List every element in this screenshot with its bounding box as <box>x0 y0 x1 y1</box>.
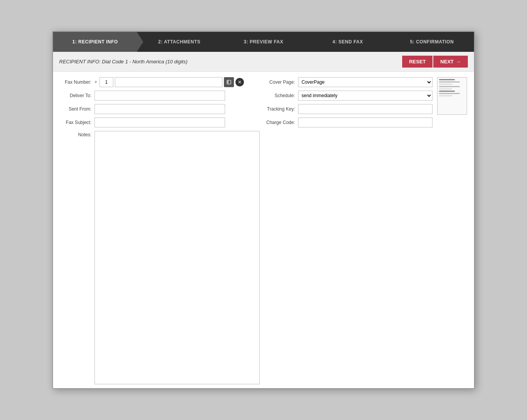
charge-code-label: Charge Code: <box>264 120 298 125</box>
subheader: RECIPIENT INFO: Dial Code 1 - North Amer… <box>53 52 474 72</box>
form-two-col: Fax Number: + <box>60 77 467 384</box>
tracking-key-label: Tracking Key: <box>264 106 298 112</box>
notes-row: Notes: <box>60 131 260 384</box>
schedule-select[interactable]: send immediately schedule later <box>298 91 433 101</box>
clear-icon: ✕ <box>238 80 242 84</box>
schedule-label: Schedule: <box>264 93 298 98</box>
preview-line-2 <box>439 81 460 83</box>
charge-code-row: Charge Code: <box>264 117 433 127</box>
fax-country-code-input[interactable] <box>99 77 113 87</box>
charge-code-input[interactable] <box>298 117 433 127</box>
reset-button[interactable]: RESET <box>402 56 433 68</box>
fax-subject-label: Fax Subject: <box>60 120 94 125</box>
notes-textarea[interactable] <box>94 131 260 384</box>
cover-page-label: Cover Page: <box>264 79 298 85</box>
right-form-fields: Cover Page: CoverPage None Custom Schedu… <box>264 77 433 131</box>
preview-line-7 <box>439 93 460 94</box>
fax-subject-input[interactable] <box>94 117 225 127</box>
schedule-row: Schedule: send immediately schedule late… <box>264 91 433 101</box>
preview-line-6 <box>439 91 455 92</box>
tracking-key-row: Tracking Key: <box>264 104 433 114</box>
fax-book-icon-button[interactable] <box>224 77 234 87</box>
fax-main-number-input[interactable] <box>115 77 222 87</box>
steps-bar: 1: RECIPIENT INFO 2: ATTACHMENTS 3: PREV… <box>53 32 474 52</box>
step-2-attachments[interactable]: 2: ATTACHMENTS <box>137 32 221 52</box>
fax-number-row: Fax Number: + <box>60 77 260 87</box>
preview-line-1 <box>439 79 455 80</box>
tracking-key-input[interactable] <box>298 104 433 114</box>
next-button[interactable]: NEXT → <box>433 56 468 68</box>
subheader-title: RECIPIENT INFO: Dial Code 1 - North Amer… <box>59 59 187 64</box>
cover-page-select[interactable]: CoverPage None Custom <box>298 77 433 87</box>
sent-from-row: Sent From: <box>60 104 260 114</box>
svg-rect-0 <box>227 80 231 84</box>
preview-line-4 <box>439 86 460 87</box>
fax-number-label: Fax Number: <box>60 79 94 85</box>
fax-number-group: + ✕ <box>94 77 244 87</box>
subheader-actions: RESET NEXT → <box>402 56 468 68</box>
form-left-col: Fax Number: + <box>60 77 260 384</box>
form-area: Fax Number: + <box>53 72 474 388</box>
sent-from-input[interactable] <box>94 104 225 114</box>
cover-page-preview <box>437 77 467 115</box>
step-3-preview-fax[interactable]: 3: PREVIEW FAX <box>221 32 305 52</box>
preview-line-3 <box>439 84 452 85</box>
cover-page-row: Cover Page: CoverPage None Custom <box>264 77 433 87</box>
step-1-recipient-info[interactable]: 1: RECIPIENT INFO <box>53 32 137 52</box>
step-5-confirmation[interactable]: 5: CONFIRMATION <box>390 32 474 52</box>
fax-subject-row: Fax Subject: <box>60 117 260 127</box>
deliver-to-label: Deliver To: <box>60 93 94 98</box>
notes-label: Notes: <box>60 131 94 137</box>
fax-prefix: + <box>94 79 97 85</box>
form-right-col: Cover Page: CoverPage None Custom Schedu… <box>264 77 467 384</box>
preview-line-5 <box>439 88 452 89</box>
deliver-to-row: Deliver To: <box>60 91 260 101</box>
main-window: 1: RECIPIENT INFO 2: ATTACHMENTS 3: PREV… <box>52 31 475 389</box>
deliver-to-input[interactable] <box>94 91 225 101</box>
right-form-group: Cover Page: CoverPage None Custom Schedu… <box>264 77 467 131</box>
step-4-send-fax[interactable]: 4: SEND FAX <box>306 32 390 52</box>
arrow-right-icon: → <box>456 59 461 64</box>
preview-line-8 <box>439 95 452 96</box>
fax-clear-button[interactable]: ✕ <box>235 78 244 86</box>
sent-from-label: Sent From: <box>60 106 94 112</box>
